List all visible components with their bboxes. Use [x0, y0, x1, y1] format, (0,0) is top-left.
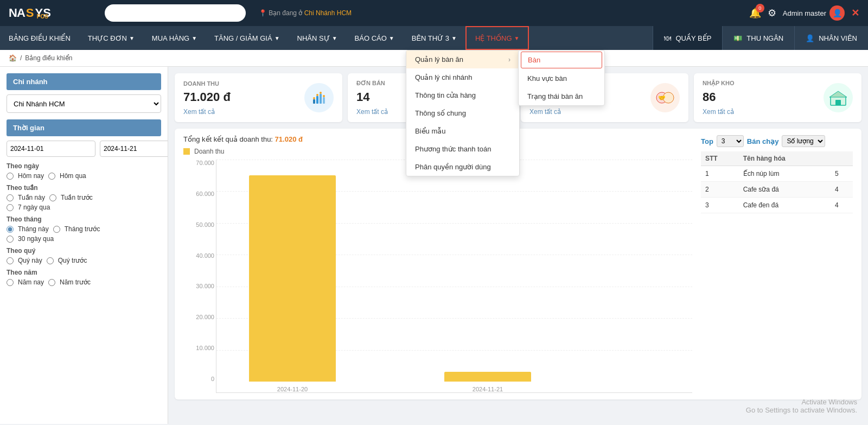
stat-revenue-link[interactable]: Xem tất cả [183, 108, 215, 116]
nav-reports[interactable]: BÁO CÁO ▼ [346, 26, 403, 50]
table-row: 3 Cafe đen đá 4 [701, 198, 853, 213]
label-theo-tuan: Theo tuần [7, 184, 161, 192]
nav-dashboard[interactable]: BẢNG ĐIỀU KHIỂN [0, 26, 79, 50]
legend-label: Doanh thu [194, 148, 224, 155]
radio-namnay[interactable] [7, 279, 14, 286]
breadcrumb-separator: / [20, 54, 22, 62]
svg-point-7 [323, 95, 325, 97]
radio-quytruoc[interactable] [47, 257, 54, 264]
radio-homqua[interactable] [48, 173, 55, 180]
submenu-item-trang-thai-ban-an[interactable]: Trạng thái bàn ăn [519, 87, 604, 105]
row3-stt: 3 [701, 198, 739, 213]
nav-system[interactable]: HỆ THỐNG ▼ [465, 26, 529, 50]
radio-tuantruoc[interactable] [49, 194, 56, 201]
stat-revenue-label: DOANH THU [183, 80, 231, 87]
stat-orders-value: 14 [356, 90, 388, 104]
radio-30ngay[interactable] [7, 236, 14, 243]
y-label-1: 10.000 [184, 345, 214, 351]
x-label-1: 2024-11-20 [249, 386, 336, 392]
stat-warehouse-link[interactable]: Xem tất cả [703, 108, 734, 116]
time-section-title: Thời gian [7, 119, 161, 136]
avatar: 👤 [829, 5, 845, 21]
top-table-section: Top 3 Bán chạy Số lượng STT Tên hàng hóa [701, 135, 853, 393]
bars-container [216, 175, 692, 382]
radio-tuannay[interactable] [7, 194, 14, 201]
nav-staff[interactable]: 👤 NHÂN VIÊN [794, 26, 868, 50]
dropdown-item-bieu-mau[interactable]: Biểu mẫu [406, 122, 519, 140]
notification-button[interactable]: 🔔 0 [749, 7, 761, 19]
nav-third[interactable]: BÊN THỨ 3 ▼ [403, 26, 465, 50]
stat-purchases-link[interactable]: Xem tất cả [529, 108, 561, 116]
dropdown-item-thong-so-chung[interactable]: Thông số chung [406, 104, 519, 122]
submenu-item-khu-vuc-ban[interactable]: Khu vực bàn [519, 69, 604, 87]
breadcrumb-home-icon: 🏠 [9, 54, 17, 62]
radio-homnay[interactable] [7, 173, 14, 180]
label-7ngay[interactable]: 7 ngày qua [18, 204, 50, 211]
top-num-select[interactable]: 3 [717, 135, 744, 147]
nav-kitchen[interactable]: 🍽 QUẦY BẾP [653, 26, 722, 50]
notification-badge: 0 [756, 4, 764, 12]
top-label: Top [701, 137, 713, 145]
label-quynay[interactable]: Quý này [18, 257, 42, 264]
label-namtruoc[interactable]: Năm trước [60, 278, 91, 286]
branch-select[interactable]: Chi Nhánh HCM [7, 94, 161, 113]
radio-7ngay[interactable] [7, 204, 14, 211]
nav-hr[interactable]: NHÂN SỰ ▼ [289, 26, 346, 50]
label-homqua[interactable]: Hôm qua [60, 172, 86, 180]
nav-cashier[interactable]: 💵 THU NGÂN [722, 26, 794, 50]
nav-discount[interactable]: TĂNG / GIẢM GIÁ ▼ [206, 26, 288, 50]
stat-orders-link[interactable]: Xem tất cả [356, 108, 388, 116]
radio-row-homnay: Hôm nay Hôm qua [7, 172, 161, 180]
radio-namtruoc[interactable] [48, 279, 55, 286]
nav-purchases[interactable]: MUA HÀNG ▼ [143, 26, 206, 50]
dropdown-item-phan-quyen-nguoi-dung[interactable]: Phân quyền người dùng [406, 158, 519, 176]
arrow-icon: › [508, 56, 510, 64]
label-thangtruoc[interactable]: Tháng trước [65, 225, 100, 233]
date-from-input[interactable] [7, 141, 95, 157]
location-link[interactable]: Chi Nhánh HCM [304, 9, 352, 17]
so-luong-select[interactable]: Số lượng [782, 135, 825, 147]
admin-info[interactable]: Admin master 👤 [783, 5, 845, 21]
chart-wrapper: 70.000 60.000 50.000 40.000 30.000 20.00… [216, 160, 692, 393]
label-namnay[interactable]: Năm nay [18, 278, 44, 286]
x-label-2: 2024-11-21 [444, 386, 531, 392]
nav-discount-caret: ▼ [275, 35, 280, 41]
submenu-item-ban[interactable]: Bàn [521, 52, 602, 68]
breadcrumb-current: Bảng điều khiển [25, 54, 72, 62]
nav-menu[interactable]: THỰC ĐƠN ▼ [79, 26, 143, 50]
topbar-right: 🔔 0 ⚙ Admin master 👤 ✕ [749, 5, 859, 21]
close-button[interactable]: ✕ [851, 7, 859, 19]
settings-icon[interactable]: ⚙ [768, 7, 776, 19]
radio-thangnay[interactable] [7, 226, 14, 233]
sidebar: Chi nhánh Chi Nhánh HCM Thời gian Theo n… [0, 67, 168, 424]
label-thangnay[interactable]: Tháng này [18, 225, 49, 233]
label-homnay[interactable]: Hôm nay [18, 172, 44, 180]
logo: NA S YS POS [9, 6, 63, 20]
dropdown-item-phuong-thuc-thanh-toan[interactable]: Phương thức thanh toán [406, 140, 519, 158]
kitchen-icon: 🍽 [664, 34, 671, 42]
logo-nas: NA [9, 6, 25, 20]
logo-pos: POS [37, 14, 48, 20]
radio-quynay[interactable] [7, 257, 14, 264]
search-input[interactable]: Chi Nhánh HCM [105, 4, 246, 22]
row3-value: 4 [831, 198, 853, 213]
nav-third-caret: ▼ [451, 35, 457, 41]
dropdown-item-quan-ly-ban-an[interactable]: Quản lý bàn ăn › [406, 50, 519, 68]
table-row: 1 Ếch núp lùm 5 [701, 166, 853, 182]
svg-rect-0 [313, 99, 315, 104]
radio-group-month: Theo tháng Tháng này Tháng trước 30 ngày… [7, 215, 161, 243]
label-30ngay[interactable]: 30 ngày qua [18, 235, 54, 243]
ban-chay-label: Bán chạy [747, 137, 779, 145]
dropdown-item-quan-ly-chi-nhanh[interactable]: Quản lý chi nhánh [406, 68, 519, 86]
col-stt: STT [701, 151, 739, 166]
dropdown-item-thong-tin-cua-hang[interactable]: Thông tin cửa hàng [406, 86, 519, 104]
radio-group-week: Theo tuần Tuần này Tuần trước 7 ngày qua [7, 184, 161, 211]
label-quytruoc[interactable]: Quý trước [58, 257, 87, 264]
location-info: 📍 Bạn đang ở Chi Nhánh HCM [259, 9, 352, 17]
date-to-input[interactable] [100, 141, 168, 157]
col-name: Tên hàng hóa [739, 151, 831, 166]
row1-stt: 1 [701, 166, 739, 182]
radio-thangtruoc[interactable] [53, 226, 60, 233]
label-tuannay[interactable]: Tuần này [18, 194, 45, 201]
label-tuantruoc[interactable]: Tuần trước [61, 194, 93, 201]
